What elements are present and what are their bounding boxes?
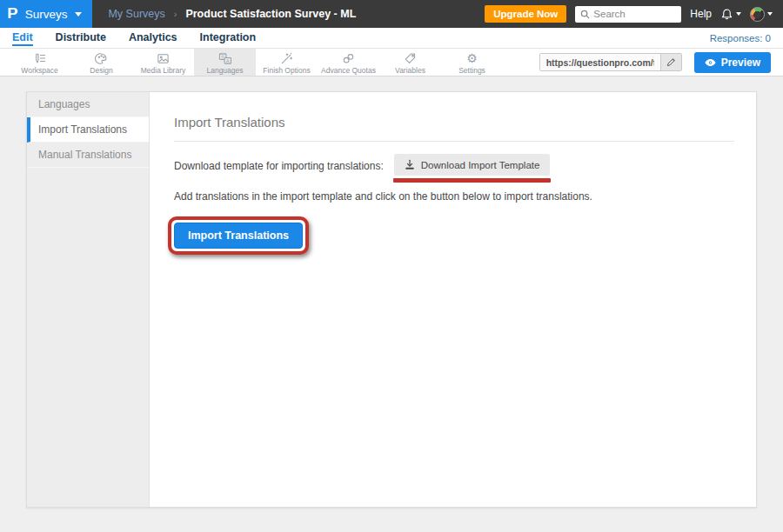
languages-icon: 文A — [218, 52, 231, 65]
design-icon — [95, 52, 108, 65]
notifications-menu[interactable] — [720, 8, 741, 21]
sidebar-item-manual-translations[interactable]: Manual Translations — [27, 143, 149, 168]
edit-url-button[interactable] — [660, 54, 681, 70]
toolbar-item-design[interactable]: Design — [70, 49, 132, 76]
search-icon — [580, 10, 590, 19]
tab-distribute[interactable]: Distribute — [56, 30, 106, 46]
page-title: Import Translations — [174, 115, 734, 130]
import-translations-button[interactable]: Import Translations — [174, 223, 303, 249]
survey-url-input[interactable] — [540, 54, 660, 70]
languages-sidebar: Languages Import Translations Manual Tra… — [27, 92, 150, 507]
toolbar-item-finish-options[interactable]: Finish Options — [256, 49, 318, 76]
advance-quotas-icon — [342, 52, 355, 65]
variables-icon — [404, 52, 417, 65]
settings-icon: ⚙ — [466, 52, 478, 65]
finish-options-icon — [280, 52, 293, 65]
survey-title: Product Satisfaction Survey - ML — [185, 8, 356, 20]
section-nav: Edit Distribute Analytics Integration Re… — [0, 28, 783, 49]
survey-url-group — [539, 53, 682, 71]
questionpro-logo-icon: P — [7, 7, 17, 21]
responses-count[interactable]: Responses: 0 — [710, 33, 771, 43]
toolbar-item-media-library[interactable]: Media Library — [132, 49, 194, 76]
bell-icon — [720, 8, 733, 21]
chevron-down-icon — [75, 12, 82, 17]
toolbar-item-workspace[interactable]: Workspace — [9, 49, 70, 76]
avatar — [750, 7, 765, 22]
media-library-icon — [157, 52, 170, 65]
import-translations-panel: Import Translations Download template fo… — [150, 92, 756, 507]
eye-icon — [705, 58, 716, 67]
chevron-down-icon — [767, 12, 773, 16]
toolbar-item-languages[interactable]: 文A Languages — [194, 49, 256, 76]
global-search[interactable] — [575, 6, 681, 23]
tab-analytics[interactable]: Analytics — [129, 30, 177, 46]
instruction-text: Add translations in the import template … — [174, 190, 734, 203]
help-link[interactable]: Help — [690, 8, 712, 20]
tab-integration[interactable]: Integration — [200, 30, 257, 46]
toolbar-item-variables[interactable]: Variables — [379, 49, 441, 76]
pencil-icon — [666, 57, 676, 67]
page-background: Languages Import Translations Manual Tra… — [0, 76, 783, 532]
annotation-box: Import Translations — [168, 216, 309, 255]
divider — [174, 141, 734, 142]
toolbar-item-advance-quotas[interactable]: Advance Quotas — [318, 49, 379, 76]
download-template-label: Download template for importing translat… — [174, 154, 384, 172]
chevron-down-icon — [736, 12, 741, 16]
annotation-underline — [393, 178, 552, 183]
product-menu-label: Surveys — [25, 8, 68, 21]
download-icon — [405, 159, 415, 170]
search-input[interactable] — [593, 9, 672, 19]
account-menu[interactable] — [750, 7, 773, 22]
workspace-icon — [33, 52, 46, 65]
preview-button[interactable]: Preview — [694, 52, 771, 73]
upgrade-now-button[interactable]: Upgrade Now — [485, 5, 566, 23]
sidebar-item-import-translations[interactable]: Import Translations — [27, 117, 149, 143]
tab-edit[interactable]: Edit — [12, 30, 33, 46]
product-switcher[interactable]: P Surveys — [0, 0, 92, 28]
download-import-template-button[interactable]: Download Import Template — [394, 154, 551, 176]
survey-toolbar: Workspace Design Media Library 文A Langua… — [0, 49, 783, 76]
sidebar-item-languages[interactable]: Languages — [27, 92, 149, 117]
breadcrumb: My Surveys › Product Satisfaction Survey… — [108, 0, 356, 28]
toolbar-item-settings[interactable]: ⚙ Settings — [441, 49, 503, 76]
breadcrumb-separator-icon: › — [174, 9, 177, 19]
top-header: P Surveys My Surveys › Product Satisfact… — [0, 0, 783, 28]
svg-text:A: A — [226, 57, 230, 63]
download-annotation-wrapper: Download Import Template — [394, 154, 551, 183]
breadcrumb-my-surveys[interactable]: My Surveys — [108, 8, 164, 20]
languages-panel: Languages Import Translations Manual Tra… — [26, 91, 757, 508]
